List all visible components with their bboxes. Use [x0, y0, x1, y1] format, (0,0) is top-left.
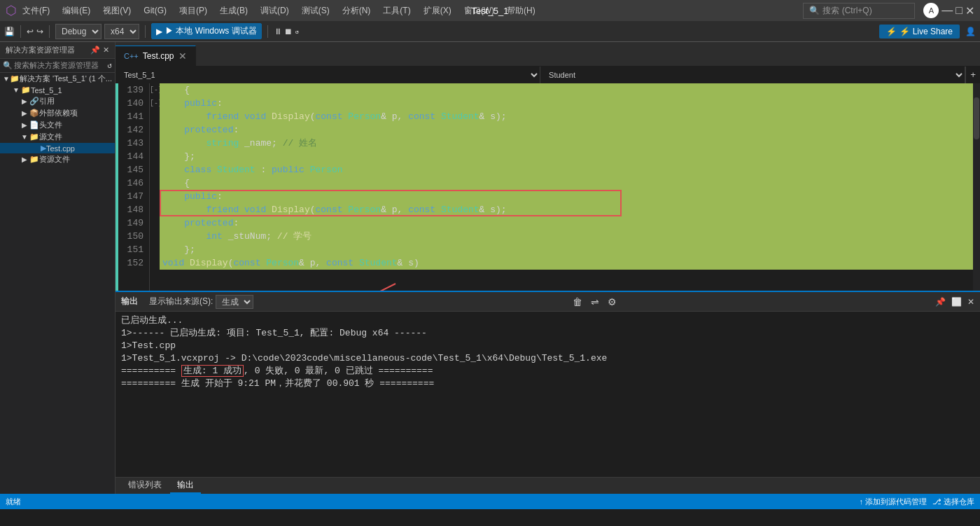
- play-icon: ▶: [156, 27, 162, 36]
- sidebar-item-sources[interactable]: ▼ 📁 源文件: [0, 131, 115, 143]
- expand-arrow-icon: ▼: [20, 133, 29, 141]
- output-line-3: 1>Test.cpp: [121, 340, 974, 352]
- menu-test[interactable]: 测试(S): [296, 4, 335, 18]
- menu-file[interactable]: 文件(F): [17, 4, 55, 18]
- project-icon: 📁: [21, 85, 31, 95]
- output-line-4: 1>Test_5_1.vcxproj -> D:\code\2023code\m…: [121, 352, 974, 365]
- references-icon: 🔗: [29, 97, 39, 106]
- line-numbers: 139 140 141 142 143 144 145 146 147 148 …: [118, 83, 150, 291]
- tab-output[interactable]: 输出: [170, 478, 201, 494]
- toolbar-account-icon[interactable]: 👤: [965, 27, 976, 36]
- sidebar-item-references[interactable]: ▶ 🔗 引用: [0, 95, 115, 107]
- search-icon: 🔍: [809, 6, 820, 15]
- vs-logo-icon: ⬡: [6, 3, 17, 18]
- solution-label: 解决方案 'Test_5_1' (1 个...: [20, 74, 112, 84]
- output-content: 已启动生成... 1>------ 已启动生成: 项目: Test_5_1, 配…: [115, 312, 980, 477]
- toolbar-icon-2[interactable]: ↩: [27, 27, 34, 36]
- status-bar-right: ↑ 添加到源代码管理 ⎇ 选择仓库: [859, 497, 974, 507]
- sidebar-item-resources[interactable]: ▶ 📁 资源文件: [0, 153, 115, 165]
- refresh-icon[interactable]: ↺: [107, 61, 112, 70]
- output-equals-suffix: , 0 失败, 0 最新, 0 已跳过 ==========: [244, 366, 433, 376]
- sources-icon: 📁: [29, 132, 39, 141]
- close-button[interactable]: ✕: [965, 4, 974, 18]
- menu-analyze[interactable]: 分析(N): [337, 4, 377, 18]
- maximize-button[interactable]: □: [955, 4, 962, 17]
- code-line-141: friend void Display(const Person& p, con…: [162, 110, 973, 123]
- project-label: Test_5_1: [31, 86, 62, 95]
- scrollbar-thumb[interactable]: [974, 97, 979, 139]
- class-selector[interactable]: Student: [540, 67, 965, 83]
- file-selector[interactable]: Test_5_1: [115, 67, 540, 83]
- output-close-icon[interactable]: ✕: [967, 297, 974, 307]
- sidebar-item-project[interactable]: ▼ 📁 Test_5_1: [0, 85, 115, 95]
- output-pin-icon[interactable]: 📌: [935, 297, 946, 307]
- tab-test-cpp[interactable]: C++ Test.cpp ✕: [115, 46, 196, 66]
- sidebar-item-test-cpp[interactable]: ▶ Test.cpp: [0, 143, 115, 153]
- search-placeholder: 搜索 (Ctrl+Q): [822, 5, 872, 17]
- code-line-151: };: [162, 243, 973, 256]
- menu-extensions[interactable]: 扩展(X): [418, 4, 457, 18]
- sidebar-item-solution[interactable]: ▼ 📁 解决方案 'Test_5_1' (1 个...: [0, 73, 115, 85]
- menu-view[interactable]: 视图(V): [97, 4, 136, 18]
- code-line-143: string _name; // 姓名: [162, 137, 973, 150]
- tab-label: Test.cpp: [143, 51, 174, 61]
- menu-debug[interactable]: 调试(D): [255, 4, 295, 18]
- tab-bar: C++ Test.cpp ✕: [115, 42, 980, 67]
- output-source-select[interactable]: 生成: [216, 295, 253, 309]
- solution-icon: 📁: [10, 74, 20, 83]
- status-ready: 就绪: [6, 497, 21, 507]
- sidebar-header: 解决方案资源管理器 📌 ✕: [0, 42, 115, 59]
- title-text: Test_5_1: [472, 6, 509, 16]
- sidebar-close-icon[interactable]: ✕: [103, 46, 109, 55]
- toolbar-separator-2: [49, 25, 50, 38]
- add-selector-button[interactable]: +: [965, 67, 980, 83]
- vertical-scrollbar[interactable]: [973, 83, 980, 291]
- toolbar-separator-4: [267, 25, 268, 38]
- expand-arrow-icon: ▼: [3, 75, 10, 83]
- live-share-button[interactable]: ⚡ ⚡ Live Share: [879, 25, 960, 39]
- search-solution-icon: 🔍: [3, 61, 13, 70]
- minimize-button[interactable]: —: [941, 4, 953, 17]
- code-line-150: int _stuNum; // 学号: [162, 230, 973, 243]
- code-line-148: friend void Display(const Person& p, con…: [162, 203, 973, 216]
- toolbar-icon-3[interactable]: ↪: [36, 27, 43, 36]
- test-cpp-label: Test.cpp: [46, 144, 75, 153]
- cpp-icon: C++: [124, 52, 139, 60]
- code-line-146: {: [162, 177, 973, 190]
- search-solution-label: 搜索解决方案资源管理器: [14, 60, 99, 71]
- code-line-139: {: [162, 83, 973, 97]
- menu-edit[interactable]: 编辑(E): [57, 4, 96, 18]
- sidebar-title: 解决方案资源管理器: [6, 45, 75, 55]
- collapse-arrow-icon: ▶: [20, 109, 29, 117]
- output-wrap-button[interactable]: ⇌: [588, 295, 602, 309]
- success-box: 生成: 1 成功: [181, 365, 244, 377]
- toolbar-separator-1: [20, 25, 21, 38]
- add-to-source-control[interactable]: ↑ 添加到源代码管理: [859, 497, 927, 507]
- output-line-2: 1>------ 已启动生成: 项目: Test_5_1, 配置: Debug …: [121, 327, 974, 340]
- tab-close-icon[interactable]: ✕: [178, 50, 187, 62]
- sidebar-item-headers[interactable]: ▶ 📄 头文件: [0, 119, 115, 131]
- output-settings-button[interactable]: ⚙: [605, 295, 620, 309]
- headers-icon: 📄: [29, 120, 39, 130]
- select-repo[interactable]: ⎇ 选择仓库: [932, 497, 974, 507]
- user-avatar[interactable]: A: [923, 3, 939, 18]
- code-selector-bar: Test_5_1 Student +: [115, 67, 980, 83]
- output-float-icon[interactable]: ⬜: [951, 297, 962, 307]
- menu-git[interactable]: Git(G): [138, 4, 172, 17]
- code-line-140: public:: [162, 97, 973, 110]
- sidebar-pin-icon[interactable]: 📌: [90, 46, 100, 55]
- output-clear-button[interactable]: 🗑: [570, 295, 585, 309]
- platform-select[interactable]: x64: [104, 24, 139, 39]
- menu-build[interactable]: 生成(B): [214, 4, 253, 18]
- collapse-arrow-icon: ▶: [20, 155, 29, 163]
- code-line-142: protected:: [162, 123, 973, 137]
- debug-config-select[interactable]: Debug: [55, 24, 102, 39]
- tab-error-list[interactable]: 错误列表: [121, 478, 169, 494]
- toolbar-icon-1[interactable]: 💾: [4, 27, 15, 36]
- headers-label: 头文件: [39, 120, 62, 130]
- sidebar-item-external-deps[interactable]: ▶ 📦 外部依赖项: [0, 107, 115, 119]
- menu-tools[interactable]: 工具(T): [377, 4, 416, 18]
- output-panel: 输出 显示输出来源(S): 生成 🗑 ⇌ ⚙ 📌 ⬜ ✕: [115, 291, 980, 494]
- menu-project[interactable]: 项目(P): [174, 4, 213, 18]
- run-debugger-button[interactable]: ▶ ▶ 本地 Windows 调试器: [151, 23, 262, 39]
